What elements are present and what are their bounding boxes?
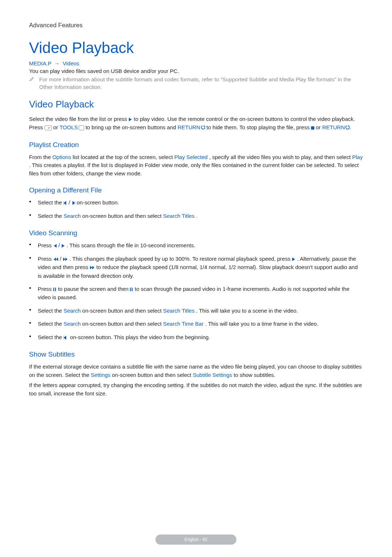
arrow-right-icon: → [54, 60, 60, 66]
list-item: Press / . This changes the playback spee… [38, 255, 363, 280]
note-text: For more information about the subtitle … [39, 76, 363, 91]
settings-link: Settings [91, 372, 110, 378]
note-row: For more information about the subtitle … [29, 76, 363, 91]
text-fragment: . This scans through the file in 10-seco… [66, 242, 195, 248]
breadcrumb: Advanced Features [29, 22, 363, 29]
left-icon [53, 242, 57, 250]
pause-icon [130, 285, 133, 294]
text-fragment: to hide them. To stop playing the file, … [207, 124, 311, 130]
subsection-scanning-title: Video Scanning [29, 229, 363, 237]
text-fragment: on-screen button and then select [82, 213, 163, 219]
text-fragment: on-screen button and then select [112, 372, 193, 378]
tools-label: TOOLS [60, 124, 78, 130]
page-footer: English - 62 [155, 534, 236, 545]
text-fragment: on-screen button and then select [82, 321, 163, 327]
search-link: Search [64, 308, 81, 314]
subsection-subtitles-title: Show Subtitles [29, 350, 363, 358]
text-fragment: . This changes the playback speed by up … [69, 256, 292, 262]
text-fragment: to show subtitles. [234, 372, 275, 378]
text-fragment: Select the video file from the list or p… [29, 116, 128, 122]
list-item: Select the / on-screen button. [38, 199, 363, 207]
skip-prev-icon [64, 334, 69, 342]
list-item: Select the on-screen button. This plays … [38, 333, 363, 342]
enter-icon [45, 125, 52, 130]
section-video-playback-title: Video Playback [29, 99, 363, 110]
search-link: Search [64, 321, 81, 327]
text-fragment: Press [38, 242, 53, 248]
text-fragment: Select the [38, 321, 64, 327]
text-fragment: . This creates a playlist. If the list i… [29, 162, 359, 176]
text-fragment: . This will take you to a scene in the v… [196, 308, 298, 314]
intro-text: You can play video files saved on USB de… [29, 68, 363, 74]
right-icon [61, 242, 65, 250]
stop-icon [311, 126, 314, 130]
text-fragment: on-screen button and then select [82, 308, 163, 314]
subtitles-paragraph-1: If the external storage device contains … [29, 363, 363, 379]
text-fragment: Press [38, 286, 53, 292]
text-fragment: on-screen button. [77, 199, 119, 206]
fast-forward-icon [90, 264, 95, 272]
subtitles-paragraph-2: If the letters appear corrupted, try cha… [29, 381, 363, 398]
list-item: Press to pause the screen and then to sc… [38, 285, 363, 302]
skip-next-icon [70, 199, 75, 207]
text-fragment: or [316, 124, 322, 130]
nav-path: MEDIA.P → Videos [29, 60, 363, 66]
list-item: Press / . This scans through the file in… [38, 241, 363, 250]
pause-icon [53, 285, 57, 294]
fast-forward-icon [63, 255, 68, 264]
text-fragment: to pause the screen and then [58, 286, 130, 292]
play-right-icon [128, 115, 132, 124]
subsection-opening-title: Opening a Different File [29, 186, 363, 194]
subsection-playlist-title: Playlist Creation [29, 141, 363, 149]
text-fragment: Select the [38, 199, 64, 206]
tools-icon [79, 125, 84, 130]
return-label: RETURN [177, 124, 200, 130]
skip-prev-icon [64, 199, 69, 207]
search-time-bar-link: Search Time Bar [163, 321, 204, 327]
return-icon [200, 124, 205, 132]
text-fragment: . This will take you to a time frame in … [205, 321, 318, 327]
video-playback-paragraph: Select the video file from the list or p… [29, 115, 363, 132]
nav-path-mediap: MEDIA.P [29, 60, 51, 66]
playlist-paragraph: From the Options list located at the top… [29, 153, 363, 178]
text-fragment: Press [38, 256, 53, 262]
opening-list: Select the / on-screen button. Select th… [29, 199, 363, 220]
search-link: Search [64, 213, 81, 219]
options-link: Options [52, 154, 71, 160]
text-fragment: Select the [38, 334, 64, 340]
list-item: Select the Search on-screen button and t… [38, 320, 363, 328]
text-fragment: , specify all the video files you wish t… [209, 154, 352, 160]
return-icon [345, 124, 350, 132]
scanning-list: Press / . This scans through the file in… [29, 241, 363, 342]
search-titles-link: Search Titles [163, 308, 195, 314]
text-fragment: list located at the top of the screen, s… [73, 154, 174, 160]
text-fragment: From the [29, 154, 52, 160]
text-fragment: . [350, 124, 351, 130]
list-item: Select the Search on-screen button and t… [38, 212, 363, 220]
pencil-icon [29, 77, 34, 83]
play-link: Play [352, 154, 363, 160]
text-fragment: Select the [38, 213, 64, 219]
text-fragment: on-screen button. This plays the video f… [70, 334, 210, 340]
play-selected-link: Play Selected [174, 154, 208, 160]
search-titles-link: Search Titles [163, 213, 195, 219]
return-label: RETURN [322, 124, 345, 130]
play-right-icon [292, 255, 295, 264]
text-fragment: . [196, 213, 197, 219]
rewind-icon [53, 255, 58, 264]
text-fragment: or [53, 124, 60, 130]
text-fragment: Select the [38, 308, 64, 314]
subtitle-settings-link: Subtitle Settings [193, 372, 232, 378]
text-fragment: to bring up the on-screen buttons and [86, 124, 178, 130]
nav-path-videos: Videos [63, 60, 79, 66]
page-title: Video Playback [29, 39, 363, 57]
list-item: Select the Search on-screen button and t… [38, 307, 363, 315]
